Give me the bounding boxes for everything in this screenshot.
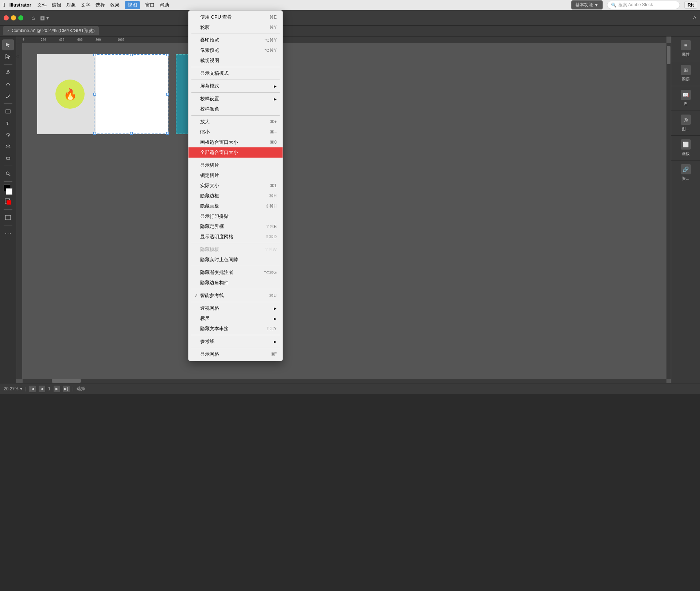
menu-hide-artboards[interactable]: 隐藏画板 ⇧⌘H [188, 201, 283, 211]
artboards-panel[interactable]: ⬜ 画板 [671, 136, 700, 161]
type-tool[interactable]: T [2, 117, 14, 128]
menu-hide-live-paint-gaps[interactable]: 隐藏实时上色间隙 [188, 255, 283, 265]
menu-show-slices[interactable]: 显示切片 [188, 160, 283, 170]
prev-button[interactable]: ◀ [39, 386, 45, 392]
layers-panel[interactable]: ⊞ 图层 [671, 61, 700, 86]
color-swatches[interactable] [2, 184, 14, 196]
assets-panel[interactable]: 🔗 资... [671, 161, 700, 185]
curvature-tool[interactable] [2, 78, 14, 89]
menu-lock-slices[interactable]: 锁定切片 [188, 170, 283, 181]
menu-hide-text-threads[interactable]: 隐藏文本串接 ⇧⌘Y [188, 324, 283, 334]
menu-outline[interactable]: 轮廓 ⌘Y [188, 22, 283, 32]
properties-label: 属性 [682, 52, 690, 57]
next-button[interactable]: ▶ [54, 386, 60, 392]
menu-trim-view[interactable]: 裁切视图 [188, 55, 283, 66]
status-separator-2: | [73, 386, 74, 391]
menu-hide-gradient-annotator[interactable]: 隐藏渐变批注者 ⌥⌘G [188, 267, 283, 278]
menu-help[interactable]: 帮助 [160, 2, 169, 8]
svg-rect-3 [7, 157, 10, 159]
scrollbar-thumb-h[interactable] [52, 379, 81, 383]
zoom-tool[interactable] [2, 168, 14, 179]
apple-menu[interactable]:  [3, 2, 5, 8]
menu-view[interactable]: 视图 [125, 1, 140, 9]
pen-tool[interactable] [2, 67, 14, 78]
sep-7 [191, 243, 280, 243]
menu-proof-colors[interactable]: 校样颜色 [188, 104, 283, 114]
menu-pixel-preview[interactable]: 像素预览 ⌥⌘Y [188, 45, 283, 55]
properties-panel[interactable]: ≡ 属性 [671, 36, 700, 61]
sep-9 [191, 289, 280, 289]
more-tools[interactable]: ⋯ [2, 228, 14, 239]
artboard-1[interactable]: 🔥 [37, 54, 168, 134]
layout-switcher[interactable]: ▦ ▾ [40, 15, 49, 21]
rectangle-tool[interactable] [2, 106, 14, 117]
menu-object[interactable]: 对象 [66, 2, 76, 8]
direct-selection-tool[interactable] [2, 51, 14, 62]
horizontal-scrollbar[interactable] [23, 379, 666, 383]
menu-zoom-in[interactable]: 放大 ⌘+ [188, 117, 283, 127]
menu-show-grid[interactable]: 显示网格 ⌘" [188, 349, 283, 359]
menu-fit-artboard[interactable]: 画板适合窗口大小 ⌘0 [188, 137, 283, 147]
reflect-tool[interactable] [2, 141, 14, 152]
next-last-button[interactable]: ▶| [63, 386, 70, 392]
background-color[interactable] [6, 188, 12, 195]
canvas-area[interactable]: 0 200 400 600 800 1000 0 [16, 36, 671, 383]
menu-effect[interactable]: 效果 [110, 2, 120, 8]
menu-overprint[interactable]: 叠印预览 ⌥⌘Y [188, 35, 283, 45]
tab-title: Combine.ai* @ 20.27% (CMYK/GPU 预览) [12, 28, 95, 34]
eraser-tool[interactable] [2, 152, 14, 163]
menu-text[interactable]: 文字 [81, 2, 90, 8]
library-panel[interactable]: 📖 库 [671, 86, 700, 111]
layers-label: 图层 [682, 77, 690, 82]
menu-proof-setup[interactable]: 校样设置 [188, 94, 283, 104]
menu-smart-guides[interactable]: ✓ 智能参考线 ⌘U [188, 290, 283, 301]
menu-guides[interactable]: 参考线 [188, 336, 283, 347]
graphics-label: 图... [682, 126, 689, 132]
prev-first-button[interactable]: |◀ [29, 386, 36, 392]
menu-screen-mode[interactable]: 屏幕模式 [188, 81, 283, 91]
menu-zoom-out[interactable]: 缩小 ⌘− [188, 127, 283, 137]
pencil-tool[interactable] [2, 90, 14, 101]
search-stock[interactable]: 🔍 搜索 Adobe Stock [607, 1, 680, 9]
selection-tool[interactable] [2, 39, 14, 50]
canvas-viewport[interactable]: 🔥 [23, 43, 666, 379]
menu-actual-size[interactable]: 实际大小 ⌘1 [188, 181, 283, 191]
tab-close-icon[interactable]: × [7, 29, 9, 33]
menu-presentation-mode[interactable]: 显示文稿模式 [188, 68, 283, 78]
menu-edit[interactable]: 编辑 [52, 2, 61, 8]
menu-show-transparency-grid[interactable]: 显示透明度网格 ⇧⌘D [188, 232, 283, 242]
tool-separator-1 [4, 64, 12, 65]
zoom-dropdown-icon[interactable]: ▾ [20, 386, 22, 391]
graphics-panel[interactable]: ◎ 图... [671, 111, 700, 136]
close-button[interactable] [4, 15, 9, 20]
home-icon[interactable]: ⌂ [31, 15, 35, 21]
menu-show-print-tiling[interactable]: 显示打印拼贴 [188, 211, 283, 221]
app-name[interactable]: Illustrator [9, 2, 31, 8]
traffic-lights [4, 15, 23, 20]
scrollbar-thumb-v[interactable] [667, 46, 670, 64]
menu-hide-edges[interactable]: 隐藏边框 ⌘H [188, 191, 283, 201]
menu-select[interactable]: 选择 [96, 2, 105, 8]
fullscreen-button[interactable] [18, 15, 23, 20]
zoom-control[interactable]: 20.27% ▾ [4, 386, 22, 391]
menu-use-cpu[interactable]: 使用 CPU 查看 ⌘E [188, 12, 283, 22]
stroke-fill[interactable] [2, 196, 14, 207]
menu-hide-corner-widget[interactable]: 隐藏边角构件 [188, 278, 283, 288]
rit-badge: Rit [684, 1, 697, 9]
menu-hide-bounding-box[interactable]: 隐藏定界框 ⇧⌘B [188, 221, 283, 232]
artboard-tool[interactable] [2, 212, 14, 223]
svg-rect-7 [7, 200, 11, 205]
menu-fit-all[interactable]: 全部适合窗口大小 [188, 147, 283, 158]
feature-dropdown[interactable]: 基本功能 ▼ [571, 0, 603, 9]
rotate-tool[interactable] [2, 129, 14, 140]
menu-rulers[interactable]: 标尺 [188, 313, 283, 324]
menu-window[interactable]: 窗口 [145, 2, 155, 8]
sep-3 [191, 80, 280, 80]
view-dropdown-menu: 使用 CPU 查看 ⌘E 轮廓 ⌘Y 叠印预览 ⌥⌘Y 像素预览 ⌥⌘Y 裁切视… [188, 10, 283, 361]
menu-perspective-grid[interactable]: 透视网格 [188, 303, 283, 313]
minimize-button[interactable] [11, 15, 16, 20]
menu-file[interactable]: 文件 [37, 2, 47, 8]
document-tab[interactable]: × Combine.ai* @ 20.27% (CMYK/GPU 预览) [3, 26, 99, 35]
vertical-scrollbar[interactable] [666, 43, 671, 379]
svg-text:400: 400 [59, 38, 65, 42]
